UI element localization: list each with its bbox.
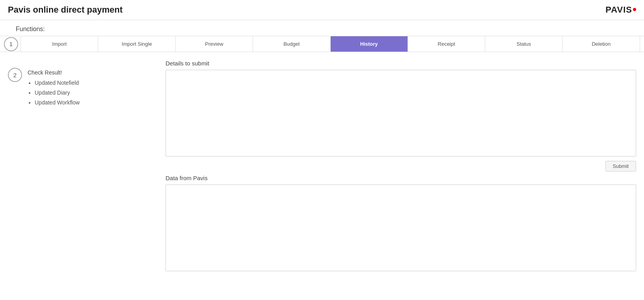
step2-title: Check Result! — [28, 69, 80, 76]
logo: PAVIS — [605, 5, 636, 15]
list-item: Updated Diary — [35, 88, 80, 98]
tab-history[interactable]: History — [330, 36, 408, 52]
step2-list: Updated Notefield Updated Diary Updated … — [28, 78, 80, 108]
data-label: Data from Pavis — [166, 175, 636, 181]
tab-import[interactable]: Import — [20, 36, 98, 52]
list-item: Updated Notefield — [35, 78, 80, 88]
header: Pavis online direct payment PAVIS — [0, 0, 644, 20]
step2-circle: 2 — [8, 68, 22, 82]
list-item: Updated Workflow — [35, 98, 80, 108]
main-content: 2 Check Result! Updated Notefield Update… — [0, 52, 644, 280]
details-textarea[interactable] — [166, 70, 636, 157]
tab-status[interactable]: Status — [485, 36, 562, 52]
logo-text: PAVIS — [605, 5, 632, 15]
tab-receipt[interactable]: Receipt — [408, 36, 485, 52]
data-textarea[interactable] — [166, 184, 636, 271]
tab-import-single[interactable]: Import Single — [98, 36, 175, 52]
right-panel: Details to submit Submit Data from Pavis — [166, 60, 636, 272]
tab-preview[interactable]: Preview — [175, 36, 253, 52]
tab-budget[interactable]: Budget — [253, 36, 330, 52]
functions-label: Functions: — [0, 20, 644, 36]
step2-content: Check Result! Updated Notefield Updated … — [28, 68, 80, 108]
left-panel: 2 Check Result! Updated Notefield Update… — [8, 60, 158, 272]
submit-button[interactable]: Submit — [605, 161, 636, 171]
details-label: Details to submit — [166, 60, 636, 67]
step1-circle: 1 — [4, 37, 18, 51]
tab-deletion[interactable]: Deletion — [562, 36, 640, 52]
page-title: Pavis online direct payment — [8, 5, 123, 15]
tabs-row: 1 Import Import Single Preview Budget Hi… — [0, 36, 644, 52]
data-section: Data from Pavis — [166, 175, 636, 272]
step2-section: 2 Check Result! Updated Notefield Update… — [8, 68, 158, 108]
submit-row: Submit — [166, 161, 636, 171]
logo-dot — [633, 8, 636, 11]
